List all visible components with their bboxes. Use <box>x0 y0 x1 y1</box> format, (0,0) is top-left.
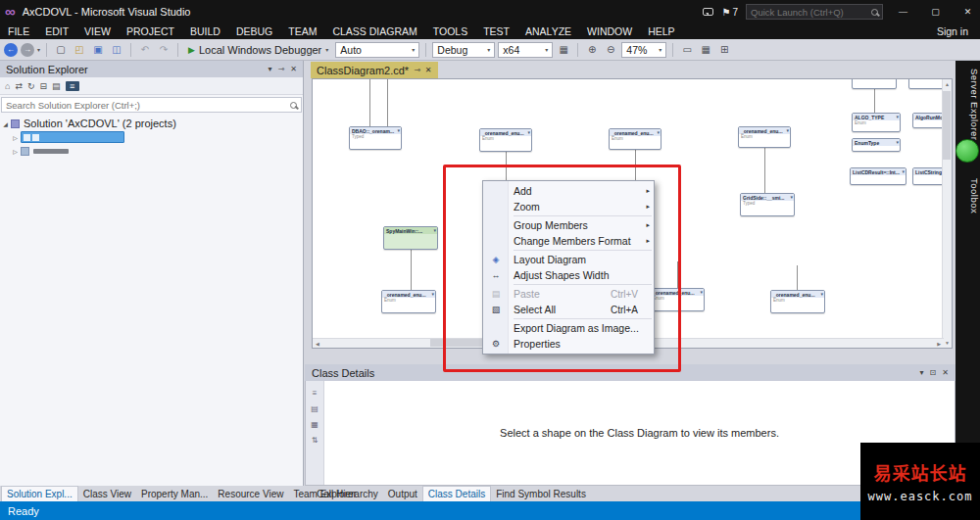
menu-team[interactable]: TEAM <box>280 24 324 39</box>
expand-chevron-icon[interactable]: ▾ <box>431 291 434 298</box>
context-menu-item-adjust-shapes-width[interactable]: ↔Adjust Shapes Width <box>483 267 654 283</box>
chevron-down-icon[interactable]: ▾ <box>920 368 924 377</box>
grid-layout-icon[interactable]: ▦ <box>698 42 713 58</box>
collapse-all-icon[interactable]: ⊟ <box>40 81 48 91</box>
close-tab-icon[interactable]: ✕ <box>425 66 432 74</box>
add-method-icon[interactable]: ▤ <box>311 404 318 413</box>
expand-chevron-icon[interactable]: ▾ <box>820 291 823 298</box>
class-node[interactable]: SpyMainWin::...▾ <box>383 226 438 250</box>
navigate-dropdown-icon[interactable]: ▾ <box>37 46 40 53</box>
context-menu-item-select-all[interactable]: ▧Select AllCtrl+A <box>483 302 654 317</box>
bottom-tab-class-view[interactable]: Class View <box>78 486 136 501</box>
close-icon[interactable]: ✕ <box>290 65 297 73</box>
redo-icon[interactable]: ↷ <box>156 42 172 58</box>
navigate-back-icon[interactable]: ← <box>4 43 18 57</box>
close-icon[interactable]: ✕ <box>942 368 949 377</box>
expand-chevron-icon[interactable]: ▾ <box>657 129 660 136</box>
navigate-forward-icon[interactable]: → <box>21 43 34 57</box>
diagram-tool-icon[interactable]: ▦ <box>556 42 571 58</box>
expand-chevron-icon[interactable]: ▾ <box>700 289 703 296</box>
menu-build[interactable]: BUILD <box>182 24 228 39</box>
class-node[interactable]: _orenamed_enu...Enum▾ <box>609 128 662 150</box>
scroll-up-icon[interactable]: ▲ <box>945 81 950 87</box>
class-node[interactable]: _orenamed_enu...Enum▾ <box>770 290 825 313</box>
menu-class-diagram[interactable]: CLASS DIAGRAM <box>324 24 424 39</box>
expand-chevron-icon[interactable]: ▾ <box>896 139 899 146</box>
quick-launch-input[interactable] <box>751 7 868 18</box>
project-item[interactable]: ▷ <box>0 144 303 158</box>
save-icon[interactable]: ▣ <box>90 42 106 58</box>
scroll-left-icon[interactable]: ◀ <box>316 341 319 347</box>
add-shape-icon[interactable]: ⊞ <box>716 42 732 58</box>
expanded-arrow-icon[interactable]: ◢ <box>0 120 11 127</box>
sync-icon[interactable]: ⇄ <box>15 81 23 91</box>
platform-combo[interactable]: x64 ▾ <box>498 42 553 58</box>
menu-analyze[interactable]: ANALYZE <box>517 24 579 39</box>
class-node[interactable]: ▾ <box>852 78 897 89</box>
menu-debug[interactable]: DEBUG <box>228 24 280 39</box>
home-icon[interactable]: ⌂ <box>5 81 10 91</box>
dock-tab-server-explorer[interactable]: Server Explorer <box>956 67 980 141</box>
menu-test[interactable]: TEST <box>475 24 517 39</box>
zoom-level-combo[interactable]: 47% ▾ <box>621 42 666 58</box>
menu-edit[interactable]: EDIT <box>37 24 76 39</box>
class-node[interactable]: ListCDResult=::Int...▾ <box>850 167 906 185</box>
expand-chevron-icon[interactable]: ▾ <box>902 168 905 175</box>
bottom-tab-resource-view[interactable]: Resource View <box>213 486 288 501</box>
watch-combo[interactable]: Auto ▾ <box>335 42 419 58</box>
solution-search-input[interactable] <box>6 100 290 111</box>
collapsed-arrow-icon[interactable]: ▷ <box>10 134 21 141</box>
menu-window[interactable]: WINDOW <box>579 24 640 39</box>
zoom-out-icon[interactable]: ⊖ <box>603 42 618 58</box>
bottom-tab-output[interactable]: Output <box>383 486 422 501</box>
context-menu-item-export-diagram-as-image[interactable]: Export Diagram as Image... <box>483 320 654 336</box>
notifications-flag[interactable]: ⚑ 7 <box>721 7 738 18</box>
class-node[interactable]: GridSide::__smi...Typed▾ <box>740 193 795 216</box>
zoom-in-icon[interactable]: ⊕ <box>584 42 600 58</box>
class-node[interactable]: ALGO_TYPEEnum▾ <box>852 113 901 132</box>
expand-chevron-icon[interactable]: ▾ <box>433 227 436 234</box>
page-layout-icon[interactable]: ▭ <box>679 42 695 58</box>
scroll-down-icon[interactable]: ▼ <box>945 340 950 346</box>
expand-chevron-icon[interactable]: ▾ <box>397 127 400 134</box>
bottom-tab-call-hierarchy[interactable]: Call Hierarchy <box>312 486 383 501</box>
context-menu-item-zoom[interactable]: Zoom▸ <box>483 199 654 214</box>
configuration-combo[interactable]: Debug ▾ <box>432 42 495 58</box>
scrollbar-thumb[interactable] <box>943 91 951 160</box>
scroll-right-icon[interactable]: ▶ <box>937 341 941 347</box>
sign-in-button[interactable]: Sign in <box>937 25 980 37</box>
float-window-icon[interactable]: ⊡ <box>930 368 937 377</box>
refresh-icon[interactable]: ↻ <box>27 81 35 91</box>
menu-file[interactable]: FILE <box>0 24 37 39</box>
feedback-bubble-icon[interactable] <box>703 8 713 16</box>
save-all-icon[interactable]: ◫ <box>109 42 124 58</box>
project-item-obscured[interactable]: ▷ <box>0 130 303 144</box>
bottom-tab-class-details[interactable]: Class Details <box>422 486 491 501</box>
class-node[interactable]: _orenamed_enu...Enum▾ <box>381 290 436 313</box>
solution-search-box[interactable] <box>1 97 302 113</box>
pin-icon[interactable]: ⊸ <box>278 65 285 73</box>
expand-chevron-icon[interactable]: ▾ <box>896 114 899 120</box>
quick-launch-box[interactable] <box>746 4 883 20</box>
minimize-button[interactable]: — <box>891 0 915 24</box>
new-file-icon[interactable]: ▢ <box>53 42 69 58</box>
solution-root-item[interactable]: ◢ Solution 'AxCDOVL' (2 projects) <box>0 117 303 130</box>
restore-button[interactable]: ▢ <box>923 0 948 24</box>
class-node[interactable]: DBAO::_orenam...Typed▾ <box>349 126 402 150</box>
pin-icon[interactable]: ⊸ <box>414 66 420 74</box>
add-property-icon[interactable]: ▦ <box>311 420 318 429</box>
context-menu-item-layout-diagram[interactable]: ◈Layout Diagram <box>483 252 654 267</box>
expand-chevron-icon[interactable]: ▾ <box>786 127 789 134</box>
vertical-scrollbar[interactable]: ▲ ▼ <box>942 79 952 348</box>
open-file-icon[interactable]: ◰ <box>72 42 87 58</box>
floating-contact-badge[interactable] <box>956 139 979 163</box>
close-button[interactable]: ✕ <box>956 0 980 24</box>
sort-members-icon[interactable]: ⇅ <box>312 436 318 445</box>
expand-chevron-icon[interactable]: ▾ <box>790 194 793 201</box>
bottom-tab-property-man[interactable]: Property Man... <box>136 486 213 501</box>
expand-chevron-icon[interactable]: ▾ <box>527 129 530 136</box>
context-menu-item-group-members[interactable]: Group Members▸ <box>483 217 654 233</box>
class-node[interactable]: _orenamed_enu...Enum▾ <box>738 126 791 148</box>
class-node[interactable]: _orenamed_enu...Enum▾ <box>650 288 705 311</box>
start-debugging-button[interactable]: ▶ Local Windows Debugger ▾ <box>184 44 332 56</box>
